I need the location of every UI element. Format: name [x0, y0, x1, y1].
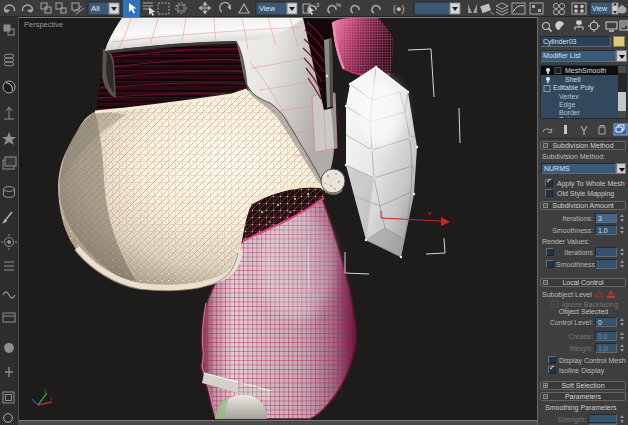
svg-text:All: All: [91, 4, 100, 13]
svg-text:x: x: [428, 210, 431, 216]
svg-text:View: View: [592, 5, 608, 12]
svg-text:%: %: [336, 2, 342, 8]
svg-text:View: View: [259, 4, 276, 13]
svg-text:Perspective: Perspective: [24, 20, 63, 29]
svg-text:3: 3: [316, 2, 320, 8]
svg-text:(●): (●): [393, 4, 404, 14]
